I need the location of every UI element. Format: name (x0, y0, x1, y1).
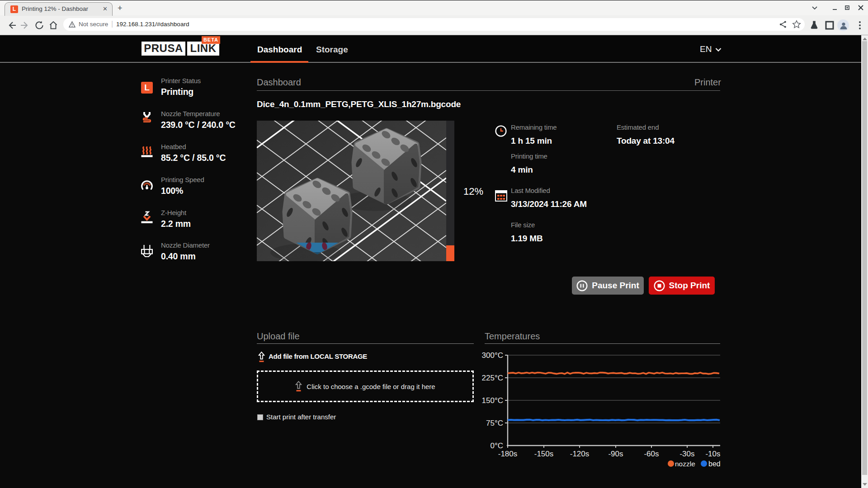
svg-text:150°C: 150°C (482, 396, 503, 405)
svg-text:300°C: 300°C (482, 351, 503, 360)
svg-text:75°C: 75°C (486, 419, 503, 427)
svg-text:nozzle: nozzle (675, 460, 695, 468)
svg-text:225°C: 225°C (482, 374, 503, 382)
svg-text:-180s: -180s (498, 450, 518, 458)
svg-text:bed: bed (708, 460, 720, 468)
svg-text:-30s: -30s (679, 450, 694, 458)
svg-text:-150s: -150s (534, 450, 554, 458)
svg-text:-60s: -60s (644, 450, 659, 458)
svg-text:-120s: -120s (570, 450, 590, 458)
svg-text:-90s: -90s (608, 450, 623, 458)
svg-text:-10s: -10s (705, 450, 720, 458)
svg-text:0°C: 0°C (490, 441, 503, 450)
